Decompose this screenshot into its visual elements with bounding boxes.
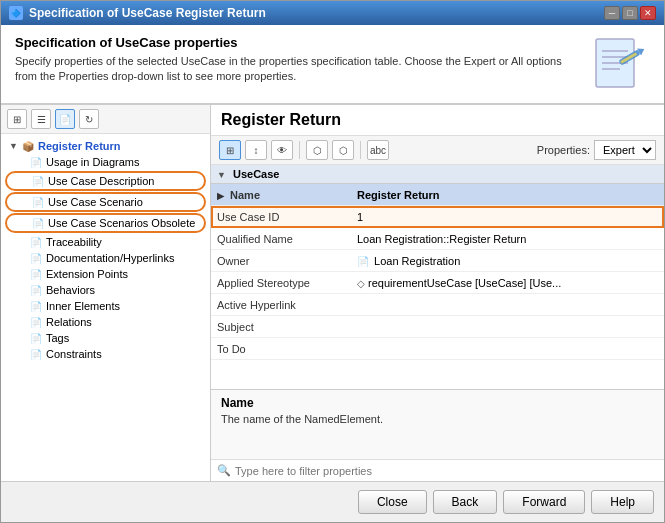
- stereotype-value: requirementUseCase [UseCase] [Use...: [368, 277, 561, 289]
- title-bar-left: 🔷 Specification of UseCase Register Retu…: [9, 6, 266, 20]
- forward-button[interactable]: Forward: [503, 490, 585, 514]
- table-row-to-do[interactable]: To Do: [211, 338, 664, 360]
- unlink-btn[interactable]: ⬡: [332, 140, 354, 160]
- section-label: ▼ UseCase: [211, 165, 664, 184]
- tree-item-docs[interactable]: 📄 Documentation/Hyperlinks: [1, 250, 210, 266]
- file-icon: 📄: [30, 333, 42, 344]
- search-icon: 🔍: [217, 464, 231, 477]
- file-icon: 📄: [30, 253, 42, 264]
- row-value-to-do[interactable]: [351, 338, 664, 360]
- row-label-subject: Subject: [211, 316, 351, 338]
- properties-table: ▼ UseCase ▶ Name Register Return: [211, 165, 664, 360]
- row-value-qualified-name[interactable]: Loan Registration::Register Return: [351, 228, 664, 250]
- tree-item-usage[interactable]: 📄 Usage in Diagrams: [1, 154, 210, 170]
- window-title: Specification of UseCase Register Return: [29, 6, 266, 20]
- window-controls: ─ □ ✕: [604, 6, 656, 20]
- owner-value: Loan Registration: [374, 255, 460, 267]
- file-icon: 📄: [30, 349, 42, 360]
- row-label-active-hyperlink: Active Hyperlink: [211, 294, 351, 316]
- tree-item-obsolete[interactable]: 📄 Use Case Scenarios Obsolete: [5, 213, 206, 233]
- header-description: Specify properties of the selected UseCa…: [15, 54, 582, 85]
- row-value-active-hyperlink[interactable]: [351, 294, 664, 316]
- tree-panel: ▼ 📦 Register Return 📄 Usage in Diagrams …: [1, 134, 210, 481]
- link-btn[interactable]: ⬡: [306, 140, 328, 160]
- row-value-name[interactable]: Register Return: [351, 184, 664, 206]
- row-value-use-case-id[interactable]: 1: [351, 206, 664, 228]
- file-icon: 📄: [32, 218, 44, 229]
- right-panel-title: Register Return: [211, 105, 664, 136]
- section-title: UseCase: [233, 168, 279, 180]
- refresh-button[interactable]: ↻: [79, 109, 99, 129]
- tree-item-label: Extension Points: [46, 268, 128, 280]
- close-button[interactable]: Close: [358, 490, 427, 514]
- owner-icon: 📄: [357, 256, 369, 267]
- left-panel: ⊞ ☰ 📄 ↻ ▼ 📦 Register Return 📄 Usage in D…: [1, 105, 211, 481]
- file-icon: 📄: [30, 301, 42, 312]
- tree-item-behaviors[interactable]: 📄 Behaviors: [1, 282, 210, 298]
- tree-item-label: Constraints: [46, 348, 102, 360]
- tree-item-extension-points[interactable]: 📄 Extension Points: [1, 266, 210, 282]
- help-button[interactable]: Help: [591, 490, 654, 514]
- left-toolbar: ⊞ ☰ 📄 ↻: [1, 105, 210, 134]
- right-panel: Register Return ⊞ ↕ 👁 ⬡ ⬡ abc Properties…: [211, 105, 664, 481]
- table-row-owner[interactable]: Owner 📄 Loan Registration: [211, 250, 664, 272]
- table-row-qualified-name[interactable]: Qualified Name Loan Registration::Regist…: [211, 228, 664, 250]
- table-row-subject[interactable]: Subject: [211, 316, 664, 338]
- right-toolbar: ⊞ ↕ 👁 ⬡ ⬡ abc Properties: Expert Basic A…: [211, 136, 664, 165]
- tree-view-button[interactable]: ⊞: [7, 109, 27, 129]
- main-window: 🔷 Specification of UseCase Register Retu…: [0, 0, 665, 523]
- file-icon: 📄: [30, 157, 42, 168]
- minimize-button[interactable]: ─: [604, 6, 620, 20]
- row-label-to-do: To Do: [211, 338, 351, 360]
- header-icon: [592, 35, 650, 93]
- properties-label: Properties:: [537, 144, 590, 156]
- table-row-applied-stereotype[interactable]: Applied Stereotype ◇ requirementUseCase …: [211, 272, 664, 294]
- tree-item-label: Relations: [46, 316, 92, 328]
- tree-item-constraints[interactable]: 📄 Constraints: [1, 346, 210, 362]
- info-title: Name: [221, 396, 654, 410]
- header-area: Specification of UseCase properties Spec…: [1, 25, 664, 104]
- separator2: [360, 141, 361, 159]
- text-btn[interactable]: abc: [367, 140, 389, 160]
- root-icon: 📦: [22, 141, 34, 152]
- tree-item-label: Traceability: [46, 236, 102, 248]
- table-row-use-case-id[interactable]: Use Case ID 1: [211, 206, 664, 228]
- file-icon: 📄: [32, 176, 44, 187]
- section-header-usecase: ▼ UseCase: [211, 165, 664, 184]
- row-label-name: ▶ Name: [211, 184, 351, 206]
- header-title: Specification of UseCase properties: [15, 35, 582, 50]
- table-row-name[interactable]: ▶ Name Register Return: [211, 184, 664, 206]
- back-button[interactable]: Back: [433, 490, 498, 514]
- sort-btn[interactable]: ↕: [245, 140, 267, 160]
- file-icon: 📄: [30, 317, 42, 328]
- table-view-btn[interactable]: ⊞: [219, 140, 241, 160]
- section-toggle-icon[interactable]: ▼: [217, 170, 226, 180]
- properties-dropdown[interactable]: Expert Basic All: [594, 140, 656, 160]
- list-view-button[interactable]: ☰: [31, 109, 51, 129]
- view-btn[interactable]: 👁: [271, 140, 293, 160]
- row-value-subject[interactable]: [351, 316, 664, 338]
- file-icon: 📄: [32, 197, 44, 208]
- tree-item-label: Usage in Diagrams: [46, 156, 140, 168]
- tree-item-description[interactable]: 📄 Use Case Description: [5, 171, 206, 191]
- filter-bar: 🔍: [211, 459, 664, 481]
- page-view-button[interactable]: 📄: [55, 109, 75, 129]
- filter-input[interactable]: [235, 465, 658, 477]
- tree-item-tags[interactable]: 📄 Tags: [1, 330, 210, 346]
- table-row-active-hyperlink[interactable]: Active Hyperlink: [211, 294, 664, 316]
- tree-item-relations[interactable]: 📄 Relations: [1, 314, 210, 330]
- tree-item-scenario[interactable]: 📄 Use Case Scenario: [5, 192, 206, 212]
- tree-item-inner-elements[interactable]: 📄 Inner Elements: [1, 298, 210, 314]
- close-button[interactable]: ✕: [640, 6, 656, 20]
- bottom-bar: Close Back Forward Help: [1, 481, 664, 522]
- file-icon: 📄: [30, 269, 42, 280]
- tree-item-traceability[interactable]: 📄 Traceability: [1, 234, 210, 250]
- tree-item-root[interactable]: ▼ 📦 Register Return: [1, 138, 210, 154]
- separator: [299, 141, 300, 159]
- maximize-button[interactable]: □: [622, 6, 638, 20]
- row-label-owner: Owner: [211, 250, 351, 272]
- info-panel: Name The name of the NamedElement.: [211, 389, 664, 459]
- row-value-owner[interactable]: 📄 Loan Registration: [351, 250, 664, 272]
- diamond-icon: ◇: [357, 278, 365, 289]
- row-value-applied-stereotype[interactable]: ◇ requirementUseCase [UseCase] [Use...: [351, 272, 664, 294]
